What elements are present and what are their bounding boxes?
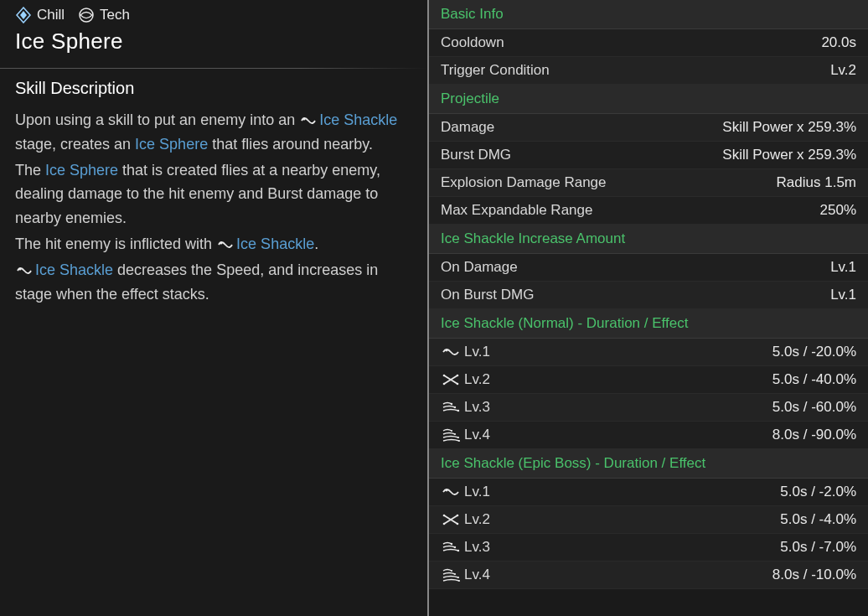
svg-point-17 — [458, 440, 460, 442]
stat-value: 5.0s / -60.0% — [772, 399, 856, 416]
svg-point-25 — [457, 550, 459, 551]
desc-line: Upon using a skill to put an enemy into … — [15, 108, 412, 157]
stat-group-header: Ice Shackle (Normal) - Duration / Effect — [429, 309, 868, 339]
stat-row: On DamageLv.1 — [429, 254, 868, 282]
svg-point-28 — [457, 577, 459, 578]
stat-row: Lv.15.0s / -20.0% — [429, 339, 868, 366]
stat-label: Lv.4 — [441, 567, 490, 583]
skill-description-text: Upon using a skill to put an enemy into … — [15, 108, 412, 306]
svg-marker-1 — [20, 11, 27, 19]
svg-point-10 — [457, 383, 459, 386]
svg-point-8 — [457, 375, 459, 377]
svg-point-9 — [443, 383, 446, 386]
stat-value: 250% — [820, 202, 856, 219]
stat-label: Burst DMG — [441, 147, 511, 163]
divider — [0, 68, 427, 69]
shackle-icon — [299, 114, 318, 127]
svg-point-29 — [458, 580, 460, 582]
desc-line: The hit enemy is inflicted with Ice Shac… — [15, 232, 412, 256]
stat-group-header: Ice Shackle Increase Amount — [429, 225, 868, 254]
tech-icon — [78, 7, 95, 23]
lv1-icon — [441, 484, 461, 500]
svg-point-14 — [451, 430, 452, 432]
stat-value: 5.0s / -7.0% — [780, 539, 856, 556]
stat-row: On Burst DMGLv.1 — [429, 282, 868, 309]
stat-value: 5.0s / -2.0% — [780, 484, 856, 500]
lv2-icon — [441, 512, 461, 527]
svg-point-7 — [443, 375, 446, 377]
svg-point-12 — [454, 406, 456, 408]
stat-row: DamageSkill Power x 259.3% — [429, 114, 868, 142]
lv4-icon — [441, 567, 461, 582]
svg-point-13 — [457, 410, 459, 412]
stat-value: Skill Power x 259.3% — [722, 147, 856, 163]
stat-value: 5.0s / -20.0% — [772, 344, 856, 360]
stat-value: 5.0s / -4.0% — [780, 511, 856, 528]
tag-tech: Tech — [78, 7, 130, 23]
tag-label: Tech — [100, 7, 130, 23]
lv4-icon — [441, 427, 461, 443]
svg-point-3 — [303, 118, 306, 121]
stat-label: On Damage — [441, 259, 518, 276]
stat-group-header: Basic Info — [429, 0, 868, 29]
stat-value: Lv.1 — [830, 287, 856, 303]
stat-value: 8.0s / -90.0% — [772, 427, 856, 443]
stat-label: Damage — [441, 119, 494, 136]
stat-value: Lv.2 — [830, 62, 856, 79]
stat-row: Lv.48.0s / -10.0% — [429, 562, 868, 589]
svg-point-6 — [446, 349, 448, 352]
svg-point-23 — [451, 543, 452, 545]
stat-label: Lv.3 — [441, 539, 490, 556]
svg-point-2 — [80, 8, 93, 22]
tag-label: Chill — [37, 7, 65, 23]
skill-tags: Chill Tech — [15, 7, 412, 23]
desc-line: The Ice Sphere that is created flies at … — [15, 158, 412, 230]
svg-point-22 — [457, 523, 459, 525]
skill-name: Ice Sphere — [15, 28, 412, 54]
lv3-icon — [441, 540, 461, 555]
svg-point-5 — [19, 268, 22, 271]
section-title: Skill Description — [15, 79, 412, 98]
stat-row: Lv.15.0s / -2.0% — [429, 479, 868, 506]
keyword-ice-shackle: Ice Shackle — [35, 261, 113, 278]
stat-label: On Burst DMG — [441, 287, 534, 303]
skill-description-panel: Chill Tech Ice Sphere Skill Description … — [0, 0, 427, 616]
svg-point-18 — [446, 489, 448, 492]
svg-point-21 — [443, 523, 446, 525]
chill-icon — [15, 7, 32, 23]
stat-row: Burst DMGSkill Power x 259.3% — [429, 142, 868, 169]
svg-point-15 — [454, 433, 456, 435]
stat-value: Radius 1.5m — [777, 174, 856, 191]
svg-point-16 — [457, 437, 459, 438]
stat-label: Lv.2 — [441, 511, 490, 528]
keyword-ice-sphere: Ice Sphere — [45, 162, 118, 179]
stat-row: Max Expandable Range250% — [429, 197, 868, 225]
stat-value: 8.0s / -10.0% — [772, 567, 856, 583]
desc-line: Ice Shackle decreases the Speed, and inc… — [15, 258, 412, 307]
stat-value: 20.0s — [821, 34, 856, 51]
stat-group-header: Projectile — [429, 85, 868, 114]
stat-row: Lv.35.0s / -60.0% — [429, 394, 868, 422]
keyword-ice-shackle: Ice Shackle — [319, 111, 397, 128]
svg-point-4 — [220, 242, 223, 245]
stat-row: Lv.35.0s / -7.0% — [429, 534, 868, 562]
stat-label: Cooldown — [441, 34, 504, 51]
stat-value: Skill Power x 259.3% — [722, 119, 856, 136]
stat-value: Lv.1 — [830, 259, 856, 276]
stat-row: Cooldown20.0s — [429, 29, 868, 57]
stat-label: Lv.1 — [441, 484, 490, 500]
stat-row: Trigger ConditionLv.2 — [429, 57, 868, 85]
svg-point-20 — [457, 515, 459, 517]
tag-chill: Chill — [15, 7, 65, 23]
stat-value: 5.0s / -40.0% — [772, 371, 856, 388]
keyword-ice-sphere: Ice Sphere — [135, 136, 208, 153]
svg-point-24 — [454, 546, 456, 548]
stat-label: Lv.1 — [441, 344, 490, 360]
stat-label: Trigger Condition — [441, 62, 550, 79]
stat-row: Lv.48.0s / -90.0% — [429, 422, 868, 449]
stat-label: Lv.2 — [441, 371, 490, 388]
lv3-icon — [441, 400, 461, 415]
keyword-ice-shackle: Ice Shackle — [236, 236, 314, 252]
svg-point-19 — [443, 515, 446, 517]
stat-row: Explosion Damage RangeRadius 1.5m — [429, 169, 868, 197]
